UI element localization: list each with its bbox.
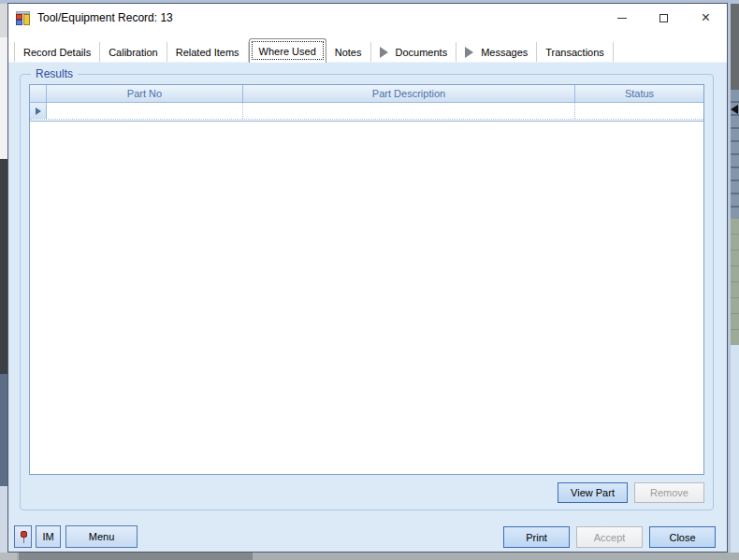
maximize-button[interactable] [643,4,685,32]
tab-label: Related Items [176,47,239,58]
minimize-icon [617,18,627,19]
grid-empty-area [30,122,703,474]
desktop: Tool/Equipment Record: 13 × Record Detai… [0,0,739,560]
tab-record-details[interactable]: Record Details [14,42,100,62]
tab-label: Documents [396,47,448,58]
tab-messages[interactable]: Messages [456,42,537,62]
menu-button[interactable]: Menu [65,525,138,548]
background-window-bottom-sliver [0,553,739,560]
tab-notes[interactable]: Notes [326,42,371,62]
grid-cell-part-no[interactable] [47,103,243,119]
grid-header-row: Part No Part Description Status [30,85,703,103]
app-icon [16,10,31,25]
background-bottom-bar [19,553,253,560]
row-header-cell [30,103,47,119]
im-button[interactable]: IM [36,525,61,548]
grid-cell-status[interactable] [575,103,703,119]
tab-label: Where Used [259,46,316,57]
play-arrow-icon [380,47,388,58]
tab-where-used[interactable]: Where Used [249,38,326,63]
accept-button: Accept [576,526,643,548]
tab-calibration[interactable]: Calibration [100,42,167,62]
row-selector-icon [36,108,41,115]
tab-documents[interactable]: Documents [371,42,457,62]
play-arrow-icon [465,47,473,58]
pin-button[interactable] [14,525,32,548]
close-icon: × [702,10,710,25]
results-groupbox-label: Results [31,67,78,80]
title-bar[interactable]: Tool/Equipment Record: 13 × [8,4,727,32]
view-part-button[interactable]: View Part [558,482,628,503]
tab-transactions[interactable]: Transactions [537,42,614,62]
background-blue-fragment [0,374,7,486]
print-button[interactable]: Print [503,526,570,548]
where-used-tab-page: Results Part No Part Description Status [8,62,727,552]
window-title: Tool/Equipment Record: 13 [37,11,173,24]
tab-label: Record Details [23,47,91,58]
tab-label: Calibration [109,47,158,58]
grid-corner-cell [30,85,47,102]
background-green-segment [731,219,739,345]
tab-related-items[interactable]: Related Items [167,42,249,62]
grid-cell-part-description[interactable] [243,103,575,119]
background-bottom-corner [0,553,17,560]
grid-action-buttons: View Part Remove [558,482,704,503]
pushpin-icon [19,530,28,543]
background-window-left-sliver [0,4,7,553]
background-cursor-arrow [731,105,738,114]
tool-equipment-record-dialog: Tool/Equipment Record: 13 × Record Detai… [7,3,728,553]
background-text-fragment [0,37,7,159]
tab-label: Messages [481,47,528,58]
maximize-icon [659,14,668,22]
background-light-fragment [0,486,7,556]
where-used-grid[interactable]: Part No Part Description Status [29,84,704,475]
background-gray-segment [731,4,739,90]
minimize-button[interactable] [601,4,643,32]
column-header-status[interactable]: Status [575,85,703,102]
tab-label: Notes [335,47,362,58]
remove-button: Remove [634,482,704,503]
background-dark-fragment [0,159,7,374]
window-controls: × [601,4,727,32]
background-window-right-sliver [731,4,739,553]
close-dialog-button[interactable]: Close [649,526,716,548]
footer-right-buttons: Print Accept Close [503,526,716,548]
results-groupbox: Results Part No Part Description Status [20,74,714,510]
column-header-part-no[interactable]: Part No [47,85,243,102]
footer-left-buttons: IM Menu [14,525,138,548]
tab-label: Transactions [545,47,604,58]
grid-new-row[interactable] [30,103,703,120]
close-button[interactable]: × [685,4,727,32]
column-header-part-description[interactable]: Part Description [243,85,575,102]
tab-strip: Record Details Calibration Related Items… [8,32,727,62]
